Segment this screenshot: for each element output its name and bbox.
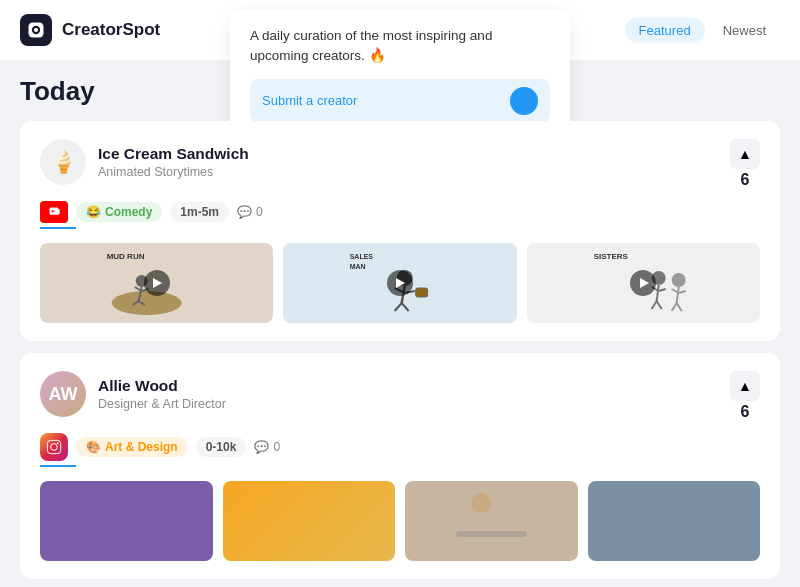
instagram-icon <box>40 433 68 461</box>
comment-number: 0 <box>256 205 263 219</box>
svg-rect-19 <box>416 288 428 297</box>
svg-rect-37 <box>456 531 526 537</box>
tag-followers[interactable]: 0-10k <box>196 437 247 457</box>
svg-line-16 <box>402 303 409 311</box>
art-thumbnail-3[interactable] <box>405 481 578 561</box>
comment-number-2: 0 <box>273 440 280 454</box>
vote-count-2: 6 <box>741 403 750 421</box>
creator-details: Ice Cream Sandwich Animated Storytimes <box>98 145 249 179</box>
svg-line-29 <box>671 303 676 311</box>
svg-point-27 <box>671 273 685 287</box>
svg-point-4 <box>112 291 182 315</box>
svg-rect-33 <box>47 440 60 453</box>
creator-info-2: AW Allie Wood Designer & Art Director <box>40 371 226 417</box>
creator-name-2: Allie Wood <box>98 377 226 395</box>
avatar-allie: AW <box>40 371 86 417</box>
submit-button[interactable] <box>510 87 538 115</box>
submit-text: Submit a creator <box>262 93 357 108</box>
svg-line-30 <box>676 303 681 311</box>
video-thumbnail-2[interactable]: SALES MAN <box>283 243 516 323</box>
vote-box-2: ▲ 6 <box>730 371 760 421</box>
tag-emoji: 😂 <box>86 205 101 219</box>
svg-point-35 <box>57 442 59 444</box>
upvote-button-2[interactable]: ▲ <box>730 371 760 401</box>
avatar: 🍦 <box>40 139 86 185</box>
vote-count: 6 <box>741 171 750 189</box>
creator-name: Ice Cream Sandwich <box>98 145 249 163</box>
tags-row-2: 🎨 Art & Design 0-10k 💬 0 <box>40 433 760 461</box>
art-thumbnail-1[interactable] <box>40 481 213 561</box>
creator-info: 🍦 Ice Cream Sandwich Animated Storytimes <box>40 139 249 185</box>
creator-subtitle: Animated Storytimes <box>98 165 249 179</box>
svg-text:MUD RUN: MUD RUN <box>107 252 145 261</box>
tag-emoji-art: 🎨 <box>86 440 101 454</box>
creator-subtitle-2: Designer & Art Director <box>98 397 226 411</box>
thumbnails-row: MUD RUN SALES MAN <box>40 243 760 323</box>
svg-point-2 <box>34 28 38 32</box>
svg-text:SALES: SALES <box>350 253 374 260</box>
hero-card: A daily curation of the most inspiring a… <box>230 10 570 139</box>
accent-line <box>40 227 76 229</box>
svg-text:SISTERS: SISTERS <box>593 252 628 261</box>
comment-count: 💬 0 <box>237 205 263 219</box>
tags-row: 😂 Comedy 1m-5m 💬 0 <box>40 201 760 223</box>
art-thumbnail-2[interactable] <box>223 481 396 561</box>
accent-line-2 <box>40 465 76 467</box>
svg-line-32 <box>678 291 685 293</box>
creator-header-2: AW Allie Wood Designer & Art Director ▲ … <box>40 371 760 421</box>
tab-featured[interactable]: Featured <box>625 18 705 43</box>
video-thumbnail-1[interactable]: MUD RUN <box>40 243 273 323</box>
vote-box: ▲ 6 <box>730 139 760 189</box>
play-button[interactable] <box>144 270 170 296</box>
comment-icon: 💬 <box>237 205 252 219</box>
svg-line-28 <box>676 287 678 303</box>
video-thumbnail-3[interactable]: SISTERS <box>527 243 760 323</box>
svg-line-23 <box>651 301 656 309</box>
creator-card-ice-cream-sandwich: 🍦 Ice Cream Sandwich Animated Storytimes… <box>20 121 780 341</box>
tag-duration[interactable]: 1m-5m <box>170 202 229 222</box>
comment-icon-2: 💬 <box>254 440 269 454</box>
main-content: Today 🍦 Ice Cream Sandwich Animated Stor… <box>0 60 800 587</box>
svg-point-36 <box>471 493 491 513</box>
youtube-icon <box>40 201 68 223</box>
creator-card-allie-wood: AW Allie Wood Designer & Art Director ▲ … <box>20 353 780 579</box>
header: CreatorSpot A daily curation of the most… <box>0 0 800 60</box>
play-button-2[interactable] <box>387 270 413 296</box>
tag-label-art: Art & Design <box>105 440 178 454</box>
logo: CreatorSpot <box>20 14 160 46</box>
art-thumbnail-4[interactable] <box>588 481 761 561</box>
filter-tabs: Featured Newest <box>625 18 780 43</box>
logo-text: CreatorSpot <box>62 20 160 40</box>
tag-art[interactable]: 🎨 Art & Design <box>76 437 188 457</box>
upvote-button[interactable]: ▲ <box>730 139 760 169</box>
svg-line-22 <box>656 285 658 301</box>
svg-line-15 <box>395 303 402 311</box>
svg-text:MAN: MAN <box>350 263 366 270</box>
hero-description: A daily curation of the most inspiring a… <box>250 26 550 67</box>
svg-line-24 <box>656 301 661 309</box>
svg-line-26 <box>658 289 665 291</box>
tag-comedy[interactable]: 😂 Comedy <box>76 202 162 222</box>
thumbnails-row-2 <box>40 481 760 561</box>
play-button-3[interactable] <box>630 270 656 296</box>
submit-row[interactable]: Submit a creator <box>250 79 550 123</box>
logo-icon <box>20 14 52 46</box>
comment-count-2: 💬 0 <box>254 440 280 454</box>
tab-newest[interactable]: Newest <box>709 18 780 43</box>
creator-header: 🍦 Ice Cream Sandwich Animated Storytimes… <box>40 139 760 189</box>
creator-details-2: Allie Wood Designer & Art Director <box>98 377 226 411</box>
svg-point-34 <box>51 444 58 451</box>
tag-label: Comedy <box>105 205 152 219</box>
